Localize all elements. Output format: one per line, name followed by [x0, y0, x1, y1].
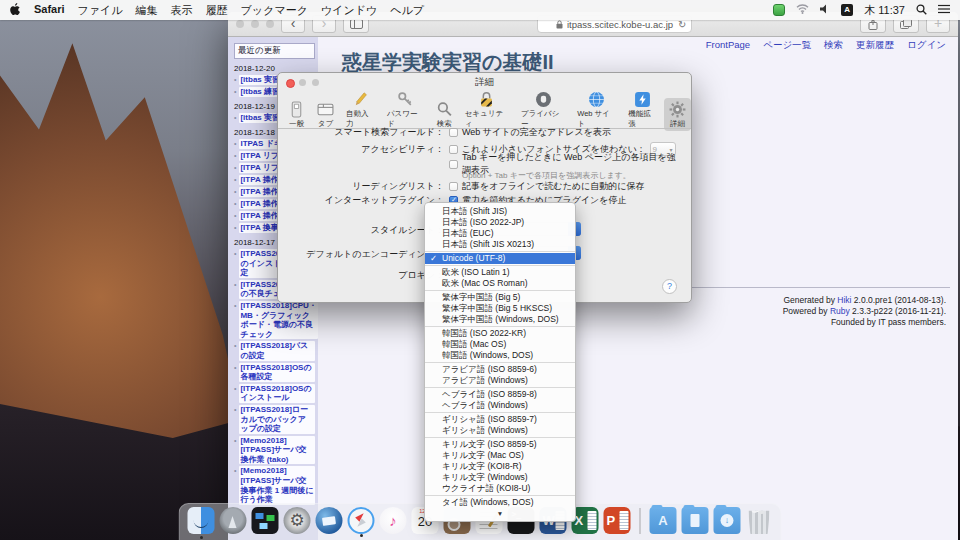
dock-applications-folder-icon[interactable]: A	[650, 507, 677, 534]
menu-item-2[interactable]: 編集	[136, 3, 158, 18]
sidebar-link[interactable]: [Memo2018][ITPASS]サーバ交換事作業 1 週間後に行う作業	[239, 466, 315, 504]
footer-link[interactable]: Hiki	[837, 295, 851, 305]
menu-item-encoding[interactable]: キリル文字 (ISO 8859-5)	[425, 439, 575, 450]
menu-item-encoding[interactable]: 繁体字中国語 (Windows, DOS)	[425, 314, 575, 325]
menu-item-4[interactable]: 履歴	[206, 3, 228, 18]
dock-itunes-icon[interactable]: ♪	[380, 507, 407, 534]
page-nav-link-1[interactable]: ページ一覧	[763, 39, 811, 52]
encoding-label: 日本語 (Shift JIS X0213)	[442, 239, 534, 249]
office-letter: P	[607, 513, 616, 528]
sidebar-link[interactable]: [ITPASS2018]CPU・MB・グラフィックボード・電源の不良チェック	[239, 301, 317, 339]
bullet-icon: •	[234, 249, 236, 259]
spotlight-icon[interactable]	[916, 4, 927, 17]
dock-thunderbird-icon[interactable]	[316, 507, 343, 534]
menu-item-encoding[interactable]: 日本語 (Shift JIS X0213)	[425, 239, 575, 250]
menu-item-6[interactable]: ウインドウ	[321, 3, 377, 18]
window-close-button[interactable]	[236, 20, 244, 28]
sidebar-link[interactable]: [ITPASS2018]OSの各種設定	[239, 363, 315, 382]
menu-item-encoding[interactable]: 繁体字中国語 (Big 5 HKSCS)	[425, 303, 575, 314]
help-button[interactable]: ?	[662, 279, 677, 294]
footer-text: 2.0.0.pre1 (2014-08-13).	[851, 295, 946, 305]
bullet-icon: •	[234, 341, 236, 351]
menu-item-encoding[interactable]: ヘブライ語 (ISO 8859-8)	[425, 389, 575, 400]
menu-item-encoding[interactable]: ヘブライ語 (Windows)	[425, 400, 575, 411]
page-nav-link-3[interactable]: 更新履歴	[856, 39, 894, 52]
menu-item-1[interactable]: ファイル	[78, 3, 123, 18]
menu-item-encoding[interactable]: 日本語 (EUC)	[425, 228, 575, 239]
menu-item-encoding[interactable]: キリル文字 (Windows)	[425, 472, 575, 483]
encoding-label: 韓国語 (ISO 2022-KR)	[442, 328, 526, 338]
sidebar-link[interactable]: [ITPASS2018]ローカルでのバックアップの設定	[239, 405, 315, 434]
dock-finder-icon[interactable]	[188, 507, 215, 534]
sidebar-header: 最近の更新	[234, 43, 315, 59]
menu-item-7[interactable]: ヘルプ	[390, 3, 424, 18]
reading-list-checkbox[interactable]	[449, 182, 458, 191]
list-item: •[Memo2018][ITPASS]サーバ交換事作業 1 週間後に行う作業	[234, 466, 315, 504]
dock-mission-control-icon[interactable]	[252, 507, 279, 534]
menu-item-0[interactable]: Safari	[34, 3, 65, 18]
sidebar-link[interactable]: [itbas 実習	[239, 75, 281, 85]
menu-item-encoding[interactable]: アラビア語 (ISO 8859-6)	[425, 364, 575, 375]
sidebar-link[interactable]: [ITPASS2018]バスの設定	[239, 341, 315, 360]
encoding-label: ヘブライ語 (Windows)	[442, 400, 528, 410]
wifi-icon[interactable]	[796, 4, 809, 16]
menu-item-encoding[interactable]: ギリシャ語 (ISO 8859-7)	[425, 414, 575, 425]
sidebar-link[interactable]: [ITPASS2018]OSのインストール	[239, 384, 315, 403]
menu-clock[interactable]: 木 11:37	[864, 3, 905, 18]
menu-item-encoding[interactable]: 繁体字中国語 (Big 5)	[425, 292, 575, 303]
menu-item-encoding[interactable]: 日本語 (ISO 2022-JP)	[425, 217, 575, 228]
tab-extensions[interactable]: 機能拡張	[623, 88, 662, 131]
scroll-down-arrow-icon[interactable]: ▼	[425, 509, 575, 519]
smart-search-checkbox[interactable]	[449, 128, 458, 137]
menu-item-encoding[interactable]: アラビア語 (Windows)	[425, 375, 575, 386]
menu-item-encoding[interactable]: ✓Unicode (UTF-8)	[425, 253, 575, 264]
apple-menu-icon[interactable]	[10, 3, 21, 18]
bullet-icon: •	[234, 280, 236, 290]
menu-item-encoding[interactable]: 韓国語 (ISO 2022-KR)	[425, 328, 575, 339]
encoding-group: 繁体字中国語 (Big 5)繁体字中国語 (Big 5 HKSCS)繁体字中国語…	[425, 290, 575, 326]
menu-item-5[interactable]: ブックマーク	[241, 3, 308, 18]
menu-item-3[interactable]: 表示	[171, 3, 193, 18]
menu-item-encoding[interactable]: 韓国語 (Mac OS)	[425, 339, 575, 350]
bullet-icon: •	[234, 175, 236, 185]
encoding-label: 韓国語 (Mac OS)	[442, 339, 506, 349]
tab-highlight-checkbox[interactable]	[449, 160, 458, 169]
dock-documents-folder-icon[interactable]	[682, 507, 709, 534]
dock-trash-icon[interactable]	[746, 507, 773, 534]
bullet-icon: •	[234, 466, 236, 476]
sidebar-link[interactable]: [Memo2018][ITPASS]サーバ交換作業 (tako)	[239, 436, 315, 465]
dock-system-preferences-icon[interactable]: ⚙	[284, 507, 311, 534]
menu-item-encoding[interactable]: 欧米 (ISO Latin 1)	[425, 267, 575, 278]
list-item: •[ITPASS2018]ローカルでのバックアップの設定	[234, 405, 315, 434]
menu-item-encoding[interactable]: 日本語 (Shift JIS)	[425, 206, 575, 217]
page-nav-link-2[interactable]: 検索	[824, 39, 843, 52]
page-nav-link-4[interactable]: ログイン	[907, 39, 946, 52]
green-status-menu-icon[interactable]	[773, 4, 785, 16]
page-nav-link-0[interactable]: FrontPage	[706, 39, 750, 52]
encoding-label: 繁体字中国語 (Big 5)	[442, 292, 520, 302]
dock-powerpoint-icon[interactable]: P	[604, 507, 631, 534]
notification-center-icon[interactable]	[938, 4, 950, 16]
reload-icon[interactable]: ↻	[678, 19, 686, 30]
default-encoding-label: デフォルトのエンコーディング：	[286, 248, 444, 261]
menu-item-encoding[interactable]: タイ語 (Windows, DOS)	[425, 497, 575, 508]
dock-downloads-folder-icon[interactable]: ↓	[714, 507, 741, 534]
bullet-icon: •	[234, 87, 236, 97]
encoding-label: タイ語 (Windows, DOS)	[442, 497, 534, 507]
dock-safari-icon[interactable]	[348, 507, 375, 534]
footer-text: Generated by	[783, 295, 837, 305]
window-zoom-button[interactable]	[266, 20, 274, 28]
menu-item-encoding[interactable]: 韓国語 (Windows, DOS)	[425, 350, 575, 361]
volume-icon[interactable]	[820, 4, 830, 16]
encoding-label: キリル文字 (ISO 8859-5)	[442, 439, 537, 449]
footer-link[interactable]: Ruby	[830, 306, 850, 316]
dock-launchpad-icon[interactable]	[220, 507, 247, 534]
menu-item-encoding[interactable]: ウクライナ語 (KOI8-U)	[425, 483, 575, 494]
menu-item-encoding[interactable]: ギリシャ語 (Windows)	[425, 425, 575, 436]
menu-item-encoding[interactable]: キリル文字 (KOI8-R)	[425, 461, 575, 472]
menu-item-encoding[interactable]: キリル文字 (Mac OS)	[425, 450, 575, 461]
menu-item-encoding[interactable]: 欧米 (Mac OS Roman)	[425, 278, 575, 289]
window-minimize-button[interactable]	[251, 20, 259, 28]
input-source-icon[interactable]: A	[841, 4, 853, 16]
list-item: •[ITPASS2018]CPU・MB・グラフィックボード・電源の不良チェック	[234, 301, 315, 339]
